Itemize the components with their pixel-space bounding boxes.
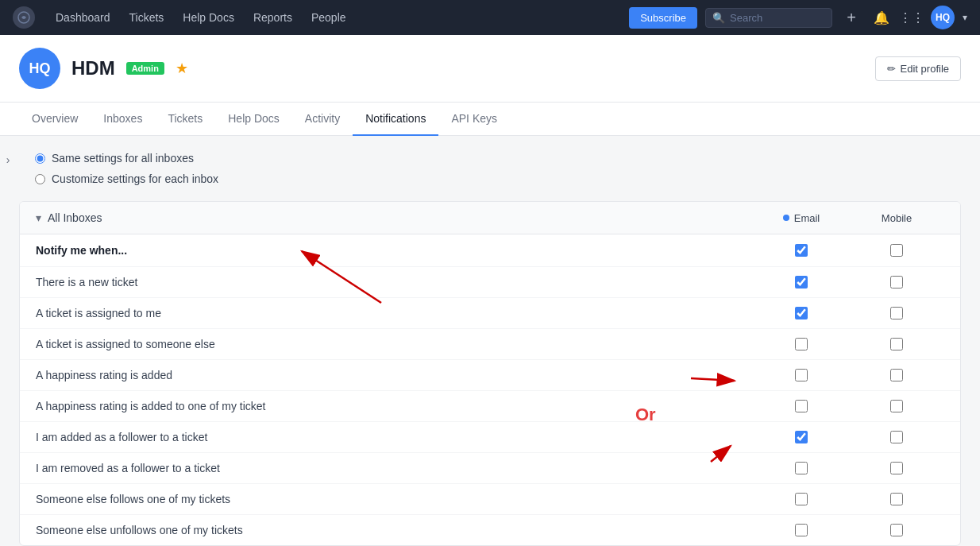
email-column-header: Email (754, 212, 849, 224)
notification-row-4: A happiness rating is added to one of my… (20, 391, 960, 422)
notification-email-checkbox-6[interactable] (795, 462, 808, 474)
notification-email-3 (754, 369, 849, 381)
notification-email-4 (754, 400, 849, 412)
notification-label-7: Someone else follows one of my tickets (36, 493, 754, 505)
nav-dashboard[interactable]: Dashboard (48, 8, 118, 27)
radio-same-settings[interactable]: Same settings for all inboxes (35, 152, 961, 165)
tab-activity[interactable]: Activity (292, 103, 353, 136)
notification-row-7: Someone else follows one of my tickets (20, 484, 960, 515)
notification-email-checkbox-4[interactable] (795, 400, 808, 412)
notification-label-4: A happiness rating is added to one of my… (36, 400, 754, 412)
sub-navigation: Overview Inboxes Tickets Help Docs Activ… (0, 103, 980, 136)
notification-row-2: A ticket is assigned to someone else (20, 329, 960, 360)
radio-customize-settings-input[interactable] (35, 174, 45, 184)
notification-mobile-checkbox-3[interactable] (890, 369, 903, 381)
profile-left: HQ HDM Admin ★ (19, 48, 188, 89)
notification-label-3: A happiness rating is added (36, 369, 754, 381)
profile-avatar: HQ (19, 48, 60, 89)
tab-inboxes[interactable]: Inboxes (91, 103, 155, 136)
notification-row-3: A happiness rating is added (20, 360, 960, 391)
collapse-icon[interactable]: ▾ (36, 211, 41, 224)
search-icon: 🔍 (712, 12, 725, 24)
notification-mobile-0 (849, 276, 944, 288)
notification-mobile-6 (849, 462, 944, 474)
favorite-star[interactable]: ★ (176, 60, 188, 77)
notification-mobile-checkbox-8[interactable] (890, 524, 903, 536)
notification-mobile-checkbox-5[interactable] (890, 431, 903, 443)
notify-header-mobile-checkbox[interactable] (890, 244, 903, 257)
notification-mobile-4 (849, 400, 944, 412)
edit-profile-label: Edit profile (901, 63, 949, 75)
notification-email-6 (754, 462, 849, 474)
notification-email-checkbox-7[interactable] (795, 493, 808, 505)
notification-email-checkbox-3[interactable] (795, 369, 808, 381)
app-logo (13, 6, 35, 29)
notification-mobile-checkbox-0[interactable] (890, 276, 903, 288)
notification-mobile-1 (849, 307, 944, 319)
notify-header-email-checkbox[interactable] (795, 244, 808, 257)
avatar-dropdown-icon[interactable]: ▾ (963, 12, 967, 23)
radio-same-settings-input[interactable] (35, 153, 45, 164)
notify-when-header-row: Notify me when... (20, 234, 960, 267)
profile-header: HQ HDM Admin ★ ✏ Edit profile (0, 35, 980, 103)
tab-tickets[interactable]: Tickets (155, 103, 215, 136)
notification-email-checkbox-2[interactable] (795, 338, 808, 350)
notification-mobile-8 (849, 524, 944, 536)
edit-icon: ✏ (887, 63, 896, 75)
notification-mobile-2 (849, 338, 944, 350)
add-button[interactable]: + (840, 6, 862, 29)
email-dot (783, 215, 789, 221)
subscribe-button[interactable]: Subscribe (629, 7, 697, 29)
admin-badge: Admin (126, 62, 164, 75)
notification-mobile-checkbox-7[interactable] (890, 493, 903, 505)
notification-email-checkbox-1[interactable] (795, 307, 808, 319)
notification-email-8 (754, 524, 849, 536)
notification-mobile-checkbox-6[interactable] (890, 462, 903, 474)
notification-mobile-3 (849, 369, 944, 381)
mobile-column-header: Mobile (849, 212, 944, 224)
nav-reports[interactable]: Reports (245, 8, 300, 27)
profile-name: HDM (71, 57, 115, 79)
notification-row-1: A ticket is assigned to me (20, 298, 960, 329)
notification-email-checkbox-0[interactable] (795, 276, 808, 288)
tab-helpdocs[interactable]: Help Docs (215, 103, 292, 136)
notification-mobile-7 (849, 493, 944, 505)
radio-same-settings-label: Same settings for all inboxes (52, 152, 194, 165)
top-navigation: Dashboard Tickets Help Docs Reports Peop… (0, 0, 980, 35)
notification-label-1: A ticket is assigned to me (36, 307, 754, 319)
notification-email-2 (754, 338, 849, 350)
tab-notifications[interactable]: Notifications (353, 103, 438, 136)
radio-customize-settings[interactable]: Customize settings for each inbox (35, 172, 961, 185)
notifications-bell[interactable]: 🔔 (870, 6, 893, 29)
notification-email-1 (754, 307, 849, 319)
notification-row-6: I am removed as a follower to a ticket (20, 453, 960, 484)
notification-email-checkbox-8[interactable] (795, 524, 808, 536)
notification-mobile-checkbox-1[interactable] (890, 307, 903, 319)
notification-mobile-5 (849, 431, 944, 443)
notification-mobile-checkbox-4[interactable] (890, 400, 903, 412)
tab-apikeys[interactable]: API Keys (438, 103, 510, 136)
search-box[interactable]: 🔍 (705, 8, 832, 28)
nav-right: Subscribe 🔍 + 🔔 ⋮⋮ HQ ▾ (629, 6, 967, 29)
nav-tickets[interactable]: Tickets (122, 8, 172, 27)
notification-label-0: There is a new ticket (36, 276, 754, 288)
notification-row-0: There is a new ticket (20, 267, 960, 298)
sidebar-toggle[interactable]: › (0, 152, 16, 168)
notification-label-2: A ticket is assigned to someone else (36, 338, 754, 350)
nav-people[interactable]: People (303, 8, 354, 27)
notify-header-email-checkbox-cell (754, 244, 849, 257)
notification-label-8: Someone else unfollows one of my tickets (36, 524, 754, 536)
user-avatar-btn[interactable]: HQ (931, 6, 955, 29)
nav-links: Dashboard Tickets Help Docs Reports Peop… (48, 8, 623, 27)
notify-when-label: Notify me when... (36, 244, 754, 257)
notification-label-5: I am added as a follower to a ticket (36, 431, 754, 443)
apps-grid[interactable]: ⋮⋮ (901, 6, 923, 29)
notification-email-checkbox-5[interactable] (795, 431, 808, 443)
search-input[interactable] (730, 12, 825, 24)
notification-email-0 (754, 276, 849, 288)
notification-row-8: Someone else unfollows one of my tickets (20, 515, 960, 545)
notification-mobile-checkbox-2[interactable] (890, 338, 903, 350)
nav-helpdocs[interactable]: Help Docs (175, 8, 242, 27)
tab-overview[interactable]: Overview (19, 103, 91, 136)
edit-profile-button[interactable]: ✏ Edit profile (875, 56, 961, 81)
